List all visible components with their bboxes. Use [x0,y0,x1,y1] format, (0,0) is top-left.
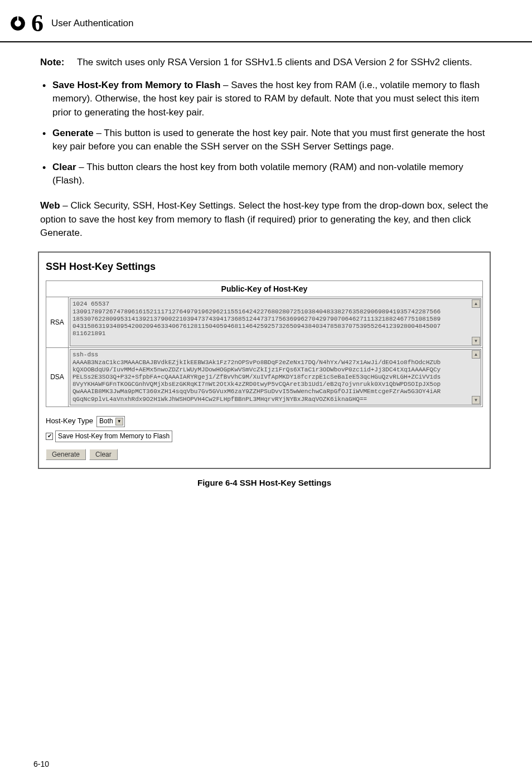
bullet-term: Save Host-Key from Memory to Flash [52,80,220,90]
note-label: Note: [40,56,72,70]
rsa-key-value: 1024 65537 13091789726747896161521117127… [70,299,481,339]
web-paragraph: Web – Click Security, SSH, Host-Key Sett… [40,199,489,240]
page-number: 6-10 [33,760,49,768]
chevron-down-icon: ▼ [115,418,123,425]
scroll-down-icon[interactable]: ▼ [472,337,480,345]
bullet-generate: Generate – This button is used to genera… [52,127,489,154]
host-key-type-row: Host-Key Type Both ▼ [46,416,483,427]
ssh-settings-panel: SSH Host-Key Settings Public-Key of Host… [38,251,491,469]
rsa-label: RSA [46,297,69,347]
dsa-label: DSA [46,348,69,406]
host-key-type-dropdown[interactable]: Both ▼ [96,416,125,427]
generate-button[interactable]: Generate [46,449,86,460]
note-block: Note: The switch uses only RSA Version 1… [40,56,489,70]
public-key-header: Public-Key of Host-Key [46,281,482,297]
scroll-down-icon[interactable]: ▼ [472,396,480,404]
dsa-row: DSA ssh-dss AAAAB3NzaC1kc3MAAACBAJBVdkEZ… [46,348,482,407]
web-text: – Click Security, SSH, Host-Key Settings… [40,200,488,238]
svg-rect-2 [17,16,18,21]
page-header: 6 User Authentication [0,11,532,42]
bullet-clear: Clear – This button clears the host key … [52,161,489,188]
note-text: The switch uses only RSA Version 1 for S… [77,56,472,70]
figure-caption: Figure 6-4 SSH Host-Key Settings [40,477,489,489]
bullet-desc: – This button is used to generate the ho… [52,128,485,152]
host-key-type-label: Host-Key Type [46,416,93,427]
rsa-row: RSA 1024 65537 1309178972674789616152111… [46,297,482,348]
brand-logo-icon [10,16,26,31]
dsa-key-value: ssh-dss AAAAB3NzaC1kc3MAAACBAJBVdkEZjkIk… [70,350,481,404]
scroll-up-icon[interactable]: ▲ [472,350,480,359]
save-to-flash-label: Save Host-Key from Memory to Flash [55,430,172,442]
web-label: Web [40,200,60,211]
bullet-save-host-key: Save Host-Key from Memory to Flash – Sav… [52,79,489,120]
svg-point-1 [14,20,21,27]
button-row: Generate Clear [46,449,483,460]
bullet-desc: – This button clears the host key from b… [52,162,463,186]
save-to-flash-row: ✔ Save Host-Key from Memory to Flash [46,430,483,442]
chapter-title: User Authentication [51,18,133,29]
save-to-flash-checkbox[interactable]: ✔ [46,433,53,440]
bullet-term: Generate [52,128,94,138]
feature-bullets: Save Host-Key from Memory to Flash – Sav… [40,79,489,188]
scroll-up-icon[interactable]: ▲ [472,299,480,308]
clear-button[interactable]: Clear [89,449,118,460]
chapter-number: 6 [31,11,43,36]
bullet-term: Clear [52,162,76,172]
dsa-key-textarea[interactable]: ssh-dss AAAAB3NzaC1kc3MAAACBAJBVdkEZjkIk… [70,349,481,405]
host-key-type-value: Both [99,417,113,426]
rsa-key-textarea[interactable]: 1024 65537 13091789726747896161521117127… [70,298,481,346]
panel-title: SSH Host-Key Settings [46,259,483,274]
public-key-box: Public-Key of Host-Key RSA 1024 65537 13… [46,280,483,407]
